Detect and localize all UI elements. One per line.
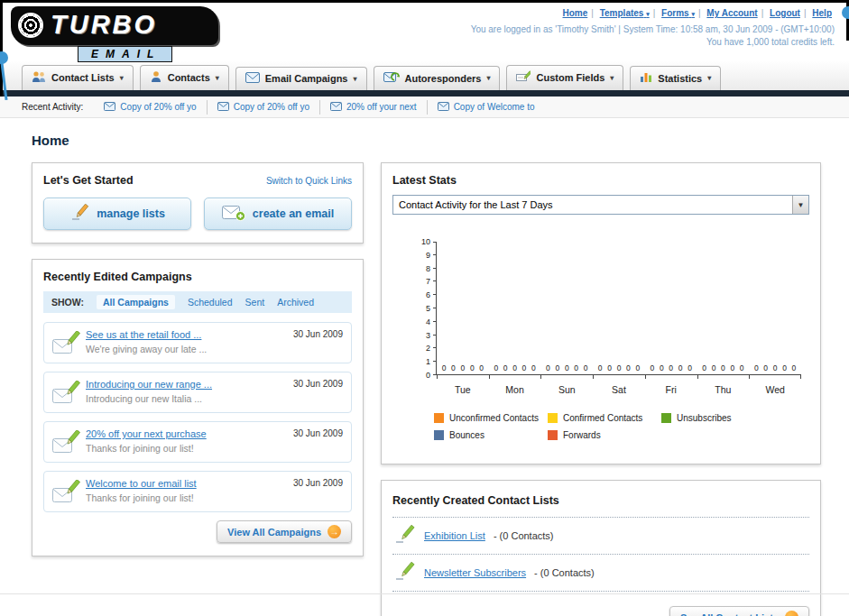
manage-lists-button[interactable]: manage lists (43, 198, 191, 230)
chevron-down-icon: ▾ (216, 74, 219, 82)
top-link-logout[interactable]: Logout (770, 8, 800, 18)
top-link-help[interactable]: Help (812, 8, 832, 18)
statistics-icon (640, 71, 652, 85)
chart-value-label: 0 (773, 363, 778, 372)
chart-value-label: 0 (626, 363, 631, 372)
recent-activity-item[interactable]: Copy of Welcome to (428, 100, 545, 115)
stats-period-select[interactable]: Contact Activity for the Last 7 Days ▼ (392, 195, 809, 215)
right-column: Latest Stats Contact Activity for the La… (381, 162, 821, 616)
chart-value-label: 0 (754, 363, 759, 372)
chart-value-label: 0 (660, 363, 664, 372)
view-all-campaigns-button[interactable]: View All Campaigns → (217, 520, 352, 543)
chart-value-label: 0 (565, 363, 569, 372)
session-info: You are logged in as 'Timothy Smith' | S… (471, 24, 835, 34)
x-axis-category-label: Sun (540, 384, 593, 395)
legend-label: Forwards (563, 430, 601, 440)
legend-swatch (548, 413, 558, 423)
campaign-row[interactable]: Introducing our new range ... Introducin… (43, 372, 352, 413)
campaign-subtitle: Thanks for joining our list! (86, 443, 343, 454)
recently-created-contact-lists-panel: Recently Created Contact Lists Exhibitio… (381, 480, 821, 616)
top-link-label: Templates (600, 8, 644, 18)
nav-tab-autoresponders[interactable]: Autoresponders ▾ (374, 66, 501, 90)
create-email-button[interactable]: create an email (204, 198, 352, 230)
campaign-date: 30 Jun 2009 (293, 329, 343, 339)
x-axis-tick (697, 374, 698, 379)
nav-tab-email-campaigns[interactable]: Email Campaigns ▾ (235, 67, 367, 90)
campaigns-title: Recently Edited Campaigns (43, 271, 352, 283)
envelope-plus-icon (222, 204, 245, 225)
campaign-row[interactable]: Welcome to our email list Thanks for joi… (43, 471, 352, 512)
campaign-subtitle: Thanks for joining our list! (86, 492, 343, 503)
switch-quick-links-link[interactable]: Switch to Quick Links (266, 176, 352, 186)
recent-activity-item[interactable]: 20% off your next (320, 100, 428, 115)
recent-activity-item[interactable]: Copy of 20% off yo (208, 100, 320, 115)
top-nav: Home| Templates ▾| Forms ▾| My Account| … (471, 8, 835, 18)
turbo-email-logo[interactable]: TURBO EMAIL (11, 6, 218, 62)
see-all-contact-lists-button[interactable]: See All Contact Lists → (669, 606, 809, 616)
campaign-row[interactable]: 20% off your next purchase Thanks for jo… (43, 421, 352, 463)
create-email-label: create an email (253, 207, 334, 220)
campaign-row[interactable]: See us at the retail food ... We're givi… (43, 322, 352, 363)
legend-swatch (434, 413, 444, 423)
chart-value-label: 0 (635, 363, 640, 372)
stats-chart: 01234567891000000Tue00000Mon00000Sun0000… (436, 242, 800, 375)
top-link-home[interactable]: Home (563, 8, 588, 18)
contact-list-link[interactable]: Newsletter Subscribers (424, 567, 526, 578)
y-axis-tick-label: 7 (408, 277, 430, 286)
top-link-label: Forms (661, 8, 689, 18)
top-link-my-account[interactable]: My Account (706, 8, 757, 18)
get-started-title: Let's Get Started (43, 174, 134, 187)
page-title: Home (32, 133, 821, 148)
chart-value-labels: 00000 (697, 363, 750, 372)
chart-value-label: 0 (651, 363, 655, 372)
contact-list-link[interactable]: Exhibition List (424, 530, 485, 541)
nav-tab-contacts[interactable]: Contacts ▾ (140, 65, 229, 90)
contact-lists-title: Recently Created Contact Lists (392, 494, 559, 507)
chart-value-labels: 00000 (645, 363, 697, 372)
nav-tab-statistics[interactable]: Statistics ▾ (630, 66, 721, 90)
filter-all-campaigns[interactable]: All Campaigns (97, 295, 175, 309)
legend-swatch (548, 430, 558, 440)
separator: | (653, 8, 656, 18)
recent-activity-item[interactable]: Copy of 20% off yo (94, 100, 207, 115)
chart-category-group: 00000Mon (489, 242, 541, 374)
x-axis-tick (489, 374, 490, 379)
x-axis-category-label: Wed (749, 384, 801, 395)
legend-swatch (661, 413, 671, 423)
filter-sent[interactable]: Sent (245, 297, 265, 308)
nav-tab-contact-lists[interactable]: Contact Lists ▾ (22, 65, 134, 90)
chevron-down-icon: ▾ (353, 75, 356, 83)
y-axis-tick-label: 0 (408, 371, 430, 380)
custom-fields-icon (516, 70, 531, 85)
list-pencil-icon (394, 562, 416, 584)
chart-value-label: 0 (584, 363, 588, 372)
chevron-down-icon: ▾ (691, 11, 695, 17)
chart-value-labels: 00000 (489, 363, 541, 372)
contact-list-row[interactable]: Newsletter Subscribers - (0 Contacts) (392, 555, 809, 592)
main-content: Home Let's Get Started Switch to Quick L… (0, 118, 849, 616)
top-link-forms[interactable]: Forms ▾ (661, 8, 695, 18)
top-link-templates[interactable]: Templates ▾ (600, 8, 650, 18)
email-campaigns-icon (245, 72, 260, 85)
y-axis-tick-label: 2 (408, 344, 430, 353)
y-axis-tick-label: 8 (408, 264, 430, 273)
separator: | (804, 8, 807, 18)
nav-tab-label: Custom Fields (536, 72, 604, 83)
filter-scheduled[interactable]: Scheduled (188, 297, 233, 308)
nav-tab-label: Contact Lists (51, 72, 115, 83)
legend-item: Unconfirmed Contacts (434, 413, 548, 423)
contact-list-row[interactable]: Exhibition List - (0 Contacts) (392, 518, 809, 555)
chart-category-group: 00000Thu (697, 242, 750, 374)
nav-tab-custom-fields[interactable]: Custom Fields ▾ (506, 65, 623, 90)
filter-archived[interactable]: Archived (277, 297, 314, 308)
chart-value-label: 0 (556, 363, 560, 372)
chart-value-label: 0 (503, 363, 508, 372)
list-pencil-icon (394, 525, 416, 547)
chart-value-labels: 00000 (437, 363, 489, 372)
chart-legend: Unconfirmed ContactsConfirmed ContactsUn… (434, 413, 798, 447)
recent-activity-text: Copy of 20% off yo (234, 102, 309, 112)
view-all-campaigns-label: View All Campaigns (227, 527, 321, 538)
nav-divider-bar (0, 90, 849, 97)
legend-item: Forwards (548, 430, 661, 440)
latest-stats-title: Latest Stats (392, 174, 809, 187)
